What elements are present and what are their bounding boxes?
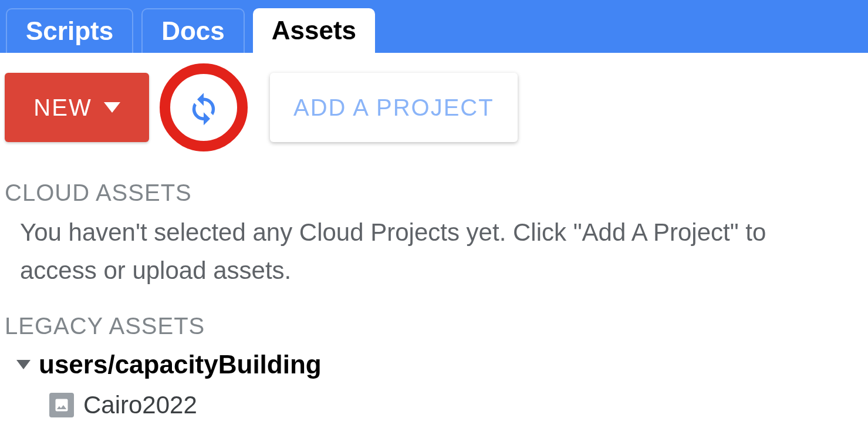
new-button-label: NEW [33,95,92,121]
tab-bar: Scripts Docs Assets [0,0,868,53]
legacy-asset-item[interactable]: Cairo2022 [16,379,868,419]
add-project-label: ADD A PROJECT [293,95,494,120]
legacy-assets-header: LEGACY ASSETS [0,295,868,344]
add-project-button[interactable]: ADD A PROJECT [270,73,518,142]
legacy-folder-label: users/capacityBuilding [39,350,322,379]
tab-scripts-label: Scripts [26,16,113,46]
new-button[interactable]: NEW [5,73,149,142]
tab-docs-label: Docs [161,16,225,46]
assets-toolbar: NEW ADD A PROJECT [0,53,868,162]
refresh-button[interactable] [179,83,228,132]
cloud-assets-header: CLOUD ASSETS [0,162,868,211]
tab-assets[interactable]: Assets [253,8,375,53]
image-asset-icon [49,393,74,417]
caret-down-icon [104,102,120,113]
cloud-assets-message: You haven't selected any Cloud Projects … [0,211,810,295]
tab-assets-label: Assets [272,16,356,45]
legacy-assets-tree: users/capacityBuilding Cairo2022 [0,344,868,419]
legacy-folder[interactable]: users/capacityBuilding [16,350,868,379]
refresh-icon [184,88,223,127]
tab-scripts[interactable]: Scripts [6,8,133,53]
legacy-asset-label: Cairo2022 [83,391,197,419]
tab-docs[interactable]: Docs [141,8,245,53]
triangle-down-icon [16,360,31,369]
refresh-highlight [160,63,248,151]
